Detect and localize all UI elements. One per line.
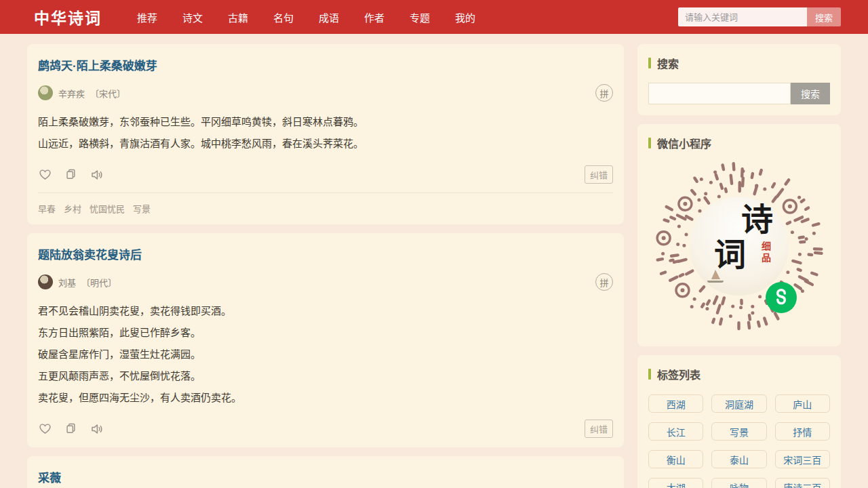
- poem-tag[interactable]: 忧国忧民: [90, 202, 125, 215]
- heart-icon[interactable]: [38, 422, 52, 436]
- copy-icon[interactable]: [64, 422, 78, 436]
- nav-item-quotes[interactable]: 名句: [273, 10, 294, 24]
- miniprogram-title-text: 微信小程序: [657, 135, 711, 151]
- nav-item-idioms[interactable]: 成语: [319, 10, 339, 24]
- navbar-search: 搜索: [678, 7, 841, 26]
- nav-item-mine[interactable]: 我的: [455, 10, 475, 24]
- poem-author[interactable]: 辛弃疾: [58, 87, 85, 100]
- poem-actions: 纠错: [38, 165, 613, 184]
- speaker-icon[interactable]: [90, 167, 104, 182]
- nav-item-books[interactable]: 古籍: [228, 10, 248, 24]
- poem-card: 鹧鸪天·陌上柔桑破嫩芽辛弃疾〔宋代〕拼陌上柔桑破嫩芽，东邻蚕种已生些。平冈细草鸣…: [27, 44, 624, 224]
- poem-line: 卖花叟，但愿四海无尘沙，有人卖酒仍卖花。: [38, 387, 613, 409]
- nav-item-authors[interactable]: 作者: [364, 10, 384, 24]
- sidebar-tag-button[interactable]: 咏物: [711, 478, 766, 488]
- sidebar-tag-button[interactable]: 抒情: [775, 422, 830, 441]
- poem-line: 君不见会稽山阴卖花叟，卖花得钱即买酒。: [38, 300, 613, 322]
- poem-card: 题陆放翁卖花叟诗后刘基〔明代〕拼君不见会稽山阴卖花叟，卖花得钱即买酒。东方日出照…: [27, 233, 624, 447]
- author-row: 辛弃疾〔宋代〕拼: [38, 84, 613, 102]
- section-accent-bar: [648, 58, 651, 68]
- sidebar: 搜索 搜索 微信小程序 诗 词 细品: [637, 44, 841, 488]
- poem-title[interactable]: 采薇: [38, 468, 613, 485]
- wechat-logo-icon: [766, 282, 797, 313]
- miniprogram-title: 微信小程序: [648, 135, 830, 151]
- poem-actions: 纠错: [38, 420, 613, 438]
- heart-icon[interactable]: [38, 167, 52, 182]
- sidebar-tag-button[interactable]: 写景: [711, 422, 766, 441]
- miniprogram-card: 微信小程序 诗 词 细品: [637, 124, 841, 346]
- poem-title[interactable]: 题陆放翁卖花叟诗后: [38, 245, 613, 262]
- tag-list-title-text: 标签列表: [657, 366, 701, 382]
- boat-sail-art: [711, 270, 720, 279]
- nav-item-recommend[interactable]: 推荐: [137, 10, 157, 24]
- navbar-search-button[interactable]: 搜索: [807, 7, 841, 26]
- poem-title[interactable]: 鹧鸪天·陌上柔桑破嫩芽: [38, 56, 613, 73]
- poem-dynasty: 〔明代〕: [81, 276, 117, 289]
- qr-calligraphy-char: 词: [714, 239, 746, 270]
- page-body: 鹧鸪天·陌上柔桑破嫩芽辛弃疾〔宋代〕拼陌上柔桑破嫩芽，东邻蚕种已生些。平冈细草鸣…: [0, 34, 868, 488]
- sidebar-search-button[interactable]: 搜索: [791, 83, 830, 104]
- sidebar-search-card: 搜索 搜索: [637, 44, 841, 115]
- navbar: 中华诗词 推荐诗文古籍名句成语作者专题我的 搜索: [0, 0, 868, 34]
- wechat-miniprogram-qr-code: 诗 词 细品: [658, 165, 821, 327]
- report-error-button[interactable]: 纠错: [585, 420, 613, 438]
- author-avatar[interactable]: [38, 274, 53, 289]
- poem-line: 山远近，路横斜，青旗沽酒有人家。城中桃李愁风雨，春在溪头荠菜花。: [38, 133, 613, 155]
- sidebar-tag-button[interactable]: 庐山: [775, 394, 830, 413]
- sidebar-tag-button[interactable]: 洞庭湖: [711, 394, 766, 413]
- pinyin-toggle-icon[interactable]: 拼: [595, 273, 613, 291]
- poem-body: 君不见会稽山阴卖花叟，卖花得钱即买酒。东方日出照紫陌，此叟已作醉乡客。破屋含星席…: [38, 300, 613, 409]
- poem-author[interactable]: 刘基: [58, 276, 76, 289]
- author-avatar[interactable]: [38, 85, 53, 100]
- poem-tag[interactable]: 乡村: [64, 202, 81, 215]
- section-accent-bar: [648, 369, 651, 380]
- sidebar-tag-button[interactable]: 泰山: [711, 450, 766, 468]
- pinyin-toggle-icon[interactable]: 拼: [595, 84, 613, 102]
- boat-hull-art: [707, 281, 724, 283]
- poem-line: 五更风颠雨声恶，不忧屋倒忧花落。: [38, 365, 613, 387]
- sidebar-tag-button[interactable]: 衡山: [648, 450, 703, 468]
- nav-item-topics[interactable]: 专题: [410, 10, 430, 24]
- poem-card: 采薇佚名〔先秦〕拼: [27, 456, 624, 488]
- nav-item-poems[interactable]: 诗文: [182, 10, 203, 24]
- main-nav: 推荐诗文古籍名句成语作者专题我的: [137, 10, 475, 24]
- copy-icon[interactable]: [64, 167, 78, 182]
- sidebar-tag-button[interactable]: 长江: [648, 422, 703, 441]
- poem-line: 破屋含星席作门，湿萤生灶花满园。: [38, 344, 613, 365]
- sidebar-tag-button[interactable]: 唐诗三百: [775, 478, 830, 488]
- qr-center-image: 诗 词 细品: [690, 197, 789, 296]
- qr-calligraphy-char: 诗: [741, 203, 773, 235]
- sidebar-search-input[interactable]: [648, 83, 791, 104]
- poem-tag[interactable]: 早春: [38, 202, 56, 215]
- poem-tag-row: 早春乡村忧国忧民写景: [38, 193, 613, 215]
- sidebar-search-title: 搜索: [648, 55, 830, 71]
- speaker-icon[interactable]: [90, 422, 104, 436]
- navbar-search-input[interactable]: [678, 7, 807, 26]
- sidebar-tag-button[interactable]: 宋词三百: [775, 450, 830, 468]
- sidebar-tag-button[interactable]: 西湖: [648, 394, 703, 413]
- tag-list-title: 标签列表: [648, 366, 830, 382]
- report-error-button[interactable]: 纠错: [585, 165, 613, 184]
- tag-grid: 西湖洞庭湖庐山长江写景抒情衡山泰山宋词三百太湖咏物唐诗三百: [648, 394, 830, 488]
- author-row: 刘基〔明代〕拼: [38, 273, 613, 291]
- poem-dynasty: 〔宋代〕: [90, 87, 125, 100]
- qr-seal-text: 细品: [759, 241, 772, 264]
- poem-body: 陌上柔桑破嫩芽，东邻蚕种已生些。平冈细草鸣黄犊，斜日寒林点暮鸦。山远近，路横斜，…: [38, 111, 613, 155]
- sidebar-tag-button[interactable]: 太湖: [648, 478, 703, 488]
- section-accent-bar: [648, 138, 651, 148]
- poem-list: 鹧鸪天·陌上柔桑破嫩芽辛弃疾〔宋代〕拼陌上柔桑破嫩芽，东邻蚕种已生些。平冈细草鸣…: [27, 44, 624, 488]
- site-logo[interactable]: 中华诗词: [34, 5, 102, 28]
- poem-tag[interactable]: 写景: [133, 202, 151, 215]
- poem-line: 东方日出照紫陌，此叟已作醉乡客。: [38, 322, 613, 344]
- tag-list-card: 标签列表 西湖洞庭湖庐山长江写景抒情衡山泰山宋词三百太湖咏物唐诗三百: [637, 355, 841, 488]
- sidebar-search-title-text: 搜索: [657, 55, 679, 71]
- poem-line: 陌上柔桑破嫩芽，东邻蚕种已生些。平冈细草鸣黄犊，斜日寒林点暮鸦。: [38, 111, 613, 133]
